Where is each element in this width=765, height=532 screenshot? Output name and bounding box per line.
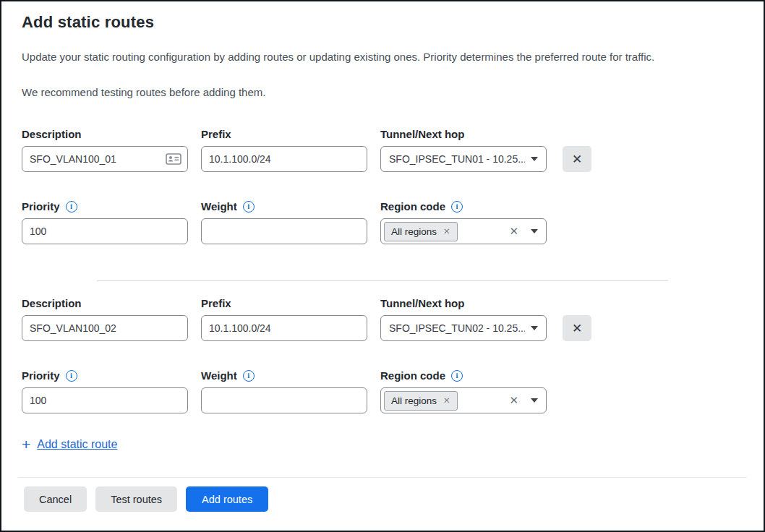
add-routes-button[interactable]: Add routes (186, 486, 268, 512)
prefix-field-label: Prefix (201, 297, 367, 309)
region-code-field: Region code i All regions ✕ ✕ (380, 369, 547, 413)
region-multiselect[interactable]: All regions ✕ ✕ (380, 387, 547, 413)
dialog-description: Update your static routing configuration… (22, 51, 743, 64)
priority-field: Priority i (22, 369, 188, 413)
footer-divider (18, 477, 747, 478)
route-group-1: Description Prefix (22, 128, 743, 244)
tunnel-select-value: SFO_IPSEC_TUN01 - 10.25... (389, 153, 525, 165)
info-icon[interactable]: i (66, 370, 77, 382)
priority-field-label: Priority (22, 200, 60, 213)
region-field-label: Region code (380, 200, 445, 213)
region-tag-label: All regions (391, 226, 437, 237)
close-icon: ✕ (572, 321, 582, 336)
prefix-field: Prefix (201, 297, 367, 341)
weight-field-label: Weight (201, 369, 237, 382)
chevron-down-icon[interactable] (531, 326, 538, 330)
prefix-field: Prefix (201, 128, 367, 172)
region-field-label: Region code (380, 369, 445, 382)
clear-selection-icon[interactable]: ✕ (509, 225, 525, 238)
info-icon[interactable]: i (66, 201, 77, 213)
region-tag-label: All regions (391, 395, 437, 406)
cancel-button[interactable]: Cancel (24, 486, 87, 512)
prefix-input[interactable] (201, 315, 367, 341)
prefix-input[interactable] (201, 146, 367, 172)
chevron-down-icon[interactable] (531, 157, 538, 161)
add-static-routes-dialog: { "dialog": { "title": "Add static route… (0, 0, 765, 532)
chevron-down-icon[interactable] (531, 398, 538, 403)
region-code-field: Region code i All regions ✕ ✕ (380, 200, 547, 244)
priority-field: Priority i (22, 200, 188, 244)
priority-input[interactable] (22, 218, 188, 244)
priority-input[interactable] (22, 387, 188, 413)
region-tag: All regions ✕ (384, 222, 458, 241)
remove-route-button[interactable]: ✕ (563, 315, 591, 341)
description-field-label: Description (22, 128, 188, 140)
tunnel-field: Tunnel/Next hop SFO_IPSEC_TUN01 - 10.25.… (380, 128, 547, 172)
contact-card-icon[interactable] (166, 153, 181, 165)
description-input[interactable] (22, 146, 188, 172)
clear-selection-icon[interactable]: ✕ (509, 394, 525, 407)
remove-tag-icon[interactable]: ✕ (443, 226, 450, 236)
test-routes-button[interactable]: Test routes (95, 486, 177, 512)
info-icon[interactable]: i (451, 201, 463, 213)
weight-field: Weight i (201, 369, 367, 413)
add-static-route-link[interactable]: Add static route (37, 438, 117, 451)
route-group-2: Description Prefix Tunnel/Next hop SFO_I… (22, 297, 743, 413)
weight-field-label: Weight (201, 200, 237, 213)
chevron-down-icon[interactable] (531, 229, 538, 233)
region-tag: All regions ✕ (384, 391, 458, 411)
info-icon[interactable]: i (451, 370, 463, 382)
description-field: Description (22, 128, 188, 172)
description-field: Description (22, 297, 188, 341)
info-icon[interactable]: i (243, 201, 255, 213)
weight-input[interactable] (201, 218, 367, 244)
info-icon[interactable]: i (243, 370, 255, 382)
tunnel-field: Tunnel/Next hop SFO_IPSEC_TUN02 - 10.25.… (380, 297, 547, 341)
dialog-note: We recommend testing routes before addin… (22, 86, 743, 99)
weight-field: Weight i (201, 200, 367, 244)
tunnel-field-label: Tunnel/Next hop (380, 128, 547, 140)
close-icon: ✕ (572, 152, 582, 167)
weight-input[interactable] (201, 387, 367, 413)
dialog-footer: Cancel Test routes Add routes (1, 477, 764, 512)
route-divider (97, 280, 668, 281)
tunnel-select[interactable]: SFO_IPSEC_TUN02 - 10.25... (380, 315, 547, 341)
page-title: Add static routes (22, 13, 743, 32)
priority-field-label: Priority (22, 369, 60, 382)
prefix-field-label: Prefix (201, 128, 367, 140)
description-input[interactable] (22, 315, 188, 341)
description-field-label: Description (22, 297, 188, 309)
plus-icon: + (22, 437, 30, 452)
remove-route-button[interactable]: ✕ (563, 146, 591, 172)
remove-tag-icon[interactable]: ✕ (443, 395, 450, 406)
region-multiselect[interactable]: All regions ✕ ✕ (380, 218, 547, 244)
tunnel-select-value: SFO_IPSEC_TUN02 - 10.25... (389, 322, 525, 334)
tunnel-field-label: Tunnel/Next hop (380, 297, 547, 309)
tunnel-select[interactable]: SFO_IPSEC_TUN01 - 10.25... (380, 146, 547, 172)
